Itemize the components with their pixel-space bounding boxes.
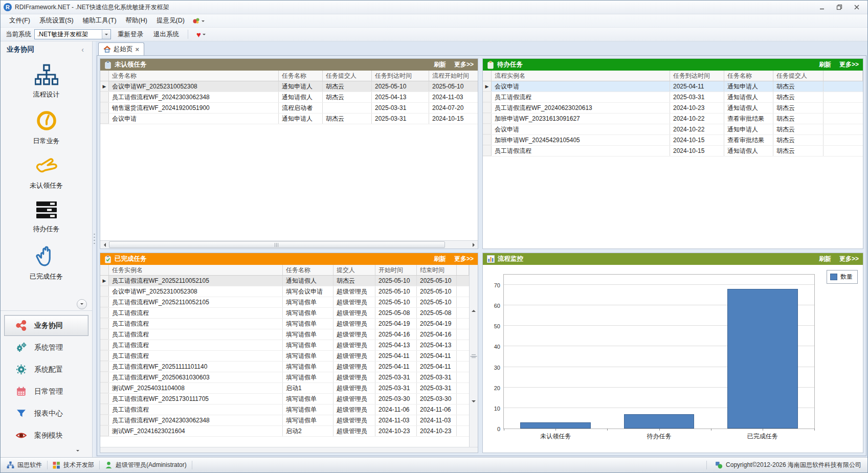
table-row[interactable]: 会议申请2024-10-22通知申请人胡杰云 xyxy=(483,124,863,135)
table-cell[interactable]: 销售退货流程WF_20241920051900 xyxy=(109,103,279,113)
table-cell[interactable]: 填写请假单 xyxy=(283,362,333,372)
row-selector[interactable] xyxy=(100,426,109,436)
table-row[interactable]: 员工请假流程WF_20242303062348填写请假单超级管理员2024-11… xyxy=(100,415,469,426)
refresh-button[interactable]: 刷新 xyxy=(434,60,446,69)
table-cell[interactable]: 胡杰云 xyxy=(773,103,824,113)
row-selector[interactable] xyxy=(100,308,109,318)
combobox-drop-button[interactable] xyxy=(102,30,110,39)
table-cell[interactable]: 员工请假流程WF_20252110052105 xyxy=(109,276,283,286)
table-cell[interactable]: 2024-10-23 xyxy=(375,426,417,436)
table-cell[interactable]: 员工请假流程 xyxy=(109,319,283,329)
table-cell[interactable]: 会议申请WF_20252310052308 xyxy=(109,81,279,92)
table-row[interactable]: 加班申请WF_202454291054052024-10-15查看审批结果胡杰云 xyxy=(483,135,863,146)
table-cell[interactable]: 通知请假人 xyxy=(724,103,773,113)
table-cell[interactable]: 2025-05-10 xyxy=(375,286,417,297)
table-cell[interactable]: 员工请假流程 xyxy=(492,146,670,156)
table-cell[interactable]: 2025-05-08 xyxy=(375,308,417,318)
table-cell[interactable]: 填写请假单 xyxy=(283,404,333,415)
column-header[interactable]: 任务到达时间 xyxy=(670,71,724,81)
column-header[interactable]: 任务提交人 xyxy=(323,71,372,81)
row-selector[interactable] xyxy=(100,372,109,382)
table-cell[interactable]: 填写请假单 xyxy=(283,351,333,361)
table-cell[interactable]: 2024-11-06 xyxy=(375,404,417,415)
row-selector[interactable] xyxy=(100,103,109,113)
nav-item-system-management[interactable]: 系统管理 xyxy=(4,337,88,358)
sidebar-item-process-design[interactable]: 流程设计 xyxy=(11,64,82,99)
row-selector[interactable] xyxy=(100,329,109,340)
table-cell[interactable]: 填写请假单 xyxy=(283,340,333,350)
table-cell[interactable]: 超级管理员 xyxy=(333,351,375,361)
sidebar-item-completed-tasks[interactable]: 已完成任务 xyxy=(11,244,82,281)
table-cell[interactable]: 2025-04-16 xyxy=(375,329,417,340)
table-cell[interactable]: 胡杰云 xyxy=(333,276,375,286)
table-cell[interactable]: 胡杰云 xyxy=(323,81,372,92)
row-selector[interactable] xyxy=(100,404,109,415)
table-row[interactable]: ▶会议申请WF_20252310052308通知申请人胡杰云2025-05-10… xyxy=(100,81,478,92)
table-cell[interactable]: 员工请假流程WF_20252110052105 xyxy=(109,297,283,307)
table-cell[interactable]: 2024-11-03 xyxy=(375,415,417,425)
table-cell[interactable]: 2025-04-13 xyxy=(372,92,429,102)
table-cell[interactable]: 通知申请人 xyxy=(724,124,773,134)
sidebar-item-unclaimed-tasks[interactable]: 未认领任务 xyxy=(11,156,82,190)
table-cell[interactable]: 2025-05-10 xyxy=(417,286,457,297)
sidebar-splitter[interactable] xyxy=(93,41,96,457)
exit-system-button[interactable]: 退出系统 xyxy=(150,29,183,40)
scrollbar-track[interactable] xyxy=(108,241,470,249)
column-header[interactable]: 业务名称 xyxy=(109,71,279,81)
table-cell[interactable]: 员工请假流程 xyxy=(109,351,283,361)
table-cell[interactable]: 2025-04-16 xyxy=(417,329,457,340)
table-cell[interactable]: 2024-10-22 xyxy=(670,114,724,124)
status-company[interactable]: 国思软件 xyxy=(7,461,42,469)
table-cell[interactable]: 2024-10-22 xyxy=(670,124,724,134)
table-cell[interactable]: 通知请假人 xyxy=(724,146,773,156)
table-row[interactable]: 员工请假流程WF_20242303062348通知请假人胡杰云2025-04-1… xyxy=(100,92,478,103)
column-header[interactable]: 流程实例名 xyxy=(492,71,670,81)
table-cell[interactable]: 通知请假人 xyxy=(279,92,323,102)
refresh-button[interactable]: 刷新 xyxy=(819,60,831,69)
minimize-button[interactable] xyxy=(814,3,830,12)
row-selector[interactable] xyxy=(100,394,109,404)
table-cell[interactable]: 2025-03-31 xyxy=(375,383,417,393)
sidebar-item-todo-tasks[interactable]: 待办任务 xyxy=(11,200,82,234)
column-header[interactable]: 开始时间 xyxy=(375,265,417,275)
table-cell[interactable]: 填写会议申请 xyxy=(283,286,333,297)
row-selector[interactable] xyxy=(100,297,109,307)
nav-item-system-configuration[interactable]: 系统配置 xyxy=(4,359,88,380)
table-cell[interactable]: 超级管理员 xyxy=(333,362,375,372)
column-header[interactable]: 任务名称 xyxy=(279,71,323,81)
table-cell[interactable]: 员工请假流程 xyxy=(109,308,283,318)
table-cell[interactable]: 2025-03-31 xyxy=(417,383,457,393)
scrollbar-thumb[interactable] xyxy=(470,356,477,357)
table-row[interactable]: 销售退货流程WF_20241920051900流程启动者2025-03-3120… xyxy=(100,103,478,114)
column-header[interactable]: 提交人 xyxy=(333,265,375,275)
table-row[interactable]: 员工请假流程填写请假单超级管理员2025-04-112025-04-11 xyxy=(100,351,469,362)
row-selector[interactable] xyxy=(100,415,109,425)
table-cell[interactable]: 测试WF_20254031104008 xyxy=(109,383,283,393)
table-cell[interactable]: 超级管理员 xyxy=(333,308,375,318)
nav-item-daily-management[interactable]: 日常管理 xyxy=(4,381,88,402)
table-row[interactable]: 加班申请WF_202316130916272024-10-22查看审批结果胡杰云 xyxy=(483,114,863,124)
sidebar-collapse-button[interactable]: ‹ xyxy=(79,46,86,54)
table-cell[interactable]: 超级管理员 xyxy=(333,297,375,307)
scrollbar-thumb[interactable] xyxy=(109,241,445,248)
row-selector[interactable]: ▶ xyxy=(483,81,492,92)
table-cell[interactable]: 通知申请人 xyxy=(279,81,323,92)
more-button[interactable]: 更多>> xyxy=(839,255,859,263)
table-row[interactable]: 员工请假流程2024-10-15通知请假人胡杰云 xyxy=(483,146,863,156)
table-cell[interactable]: 填写请假单 xyxy=(283,319,333,329)
row-selector[interactable] xyxy=(100,286,109,297)
table-row[interactable]: 测试WF_20254031104008启动1超级管理员2025-03-31202… xyxy=(100,383,469,394)
shortcuts-overflow-button[interactable] xyxy=(77,299,87,309)
tab-close-button[interactable]: × xyxy=(136,46,140,53)
table-cell[interactable]: 超级管理员 xyxy=(333,286,375,297)
table-cell[interactable]: 员工请假流程WF_20240623020613 xyxy=(492,103,670,113)
table-row[interactable]: 员工请假流程填写请假单超级管理员2025-04-192025-04-19 xyxy=(100,319,469,329)
table-cell[interactable]: 2025-03-31 xyxy=(375,372,417,382)
table-cell[interactable]: 2025-04-13 xyxy=(375,340,417,350)
table-cell[interactable]: 2025-05-10 xyxy=(375,297,417,307)
column-header[interactable]: 任务实例名 xyxy=(109,265,283,275)
table-cell[interactable]: 2024-10-23 xyxy=(670,103,724,113)
table-cell[interactable]: 2024-10-15 xyxy=(670,135,724,145)
table-cell[interactable]: 填写请假单 xyxy=(283,372,333,382)
table-cell[interactable]: 2025-04-11 xyxy=(417,362,457,372)
